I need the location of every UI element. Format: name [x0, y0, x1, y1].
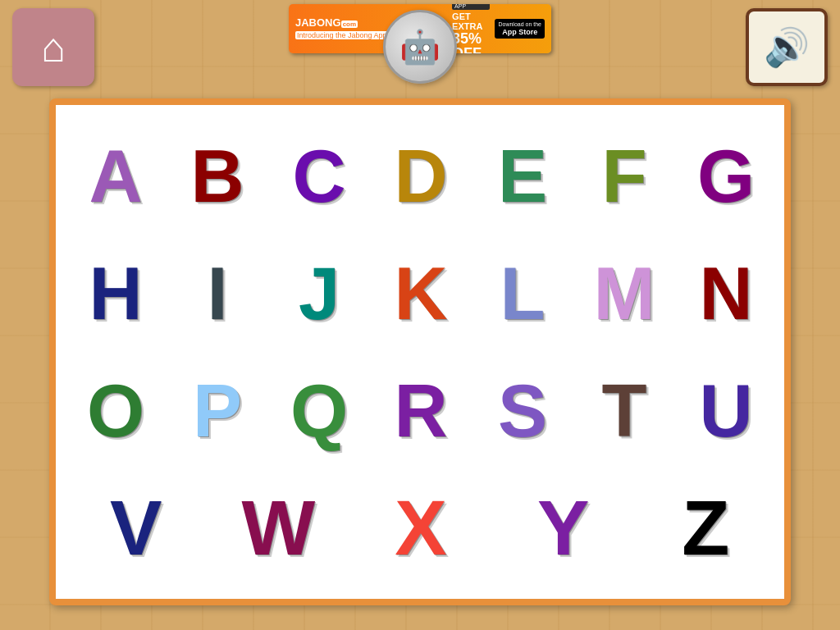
letter-H[interactable]: H [68, 257, 162, 331]
letter-X[interactable]: X [354, 489, 486, 567]
letter-U[interactable]: U [678, 374, 773, 448]
letter-V[interactable]: V [70, 489, 201, 567]
letter-F[interactable]: F [577, 139, 671, 213]
ad-download-label: Download on the App Store [495, 19, 545, 39]
letter-R[interactable]: R [373, 374, 468, 448]
letter-T[interactable]: T [577, 374, 671, 448]
letter-E[interactable]: E [475, 139, 569, 213]
letter-row-4: V W X Y Z [64, 469, 776, 587]
letter-L[interactable]: L [475, 257, 569, 331]
letter-Z[interactable]: Z [639, 489, 770, 567]
letter-C[interactable]: C [272, 139, 366, 213]
letter-row-1: A B C D E F G [64, 117, 776, 235]
ad-text-area: ONLY ON APP GET EXTRA 35% OFF [452, 4, 490, 53]
sound-button[interactable]: 🔊 [746, 8, 828, 86]
ad-get-extra: GET EXTRA [452, 11, 490, 31]
letter-P[interactable]: P [170, 374, 264, 448]
home-icon: ⌂ [41, 27, 66, 68]
letter-A[interactable]: A [68, 139, 162, 213]
robot-icon: 🤖 [399, 28, 441, 66]
home-button[interactable]: ⌂ [12, 8, 94, 86]
letter-N[interactable]: N [678, 257, 773, 331]
letter-Q[interactable]: Q [272, 374, 366, 448]
ad-appstore: Download on the App Store [495, 19, 545, 39]
letter-S[interactable]: S [475, 374, 569, 448]
alphabet-board: A B C D E F G H I J K L M N O P Q R S T … [49, 98, 791, 605]
letter-W[interactable]: W [212, 489, 343, 567]
letter-row-3: O P Q R S T U [64, 352, 776, 469]
letter-row-2: H I J K L M N [64, 235, 776, 352]
letter-B[interactable]: B [170, 139, 264, 213]
letter-G[interactable]: G [678, 139, 773, 213]
letter-Y[interactable]: Y [497, 489, 628, 567]
top-bar: ⌂ JABONGcom Introducing the Jabong App f… [0, 0, 840, 94]
letter-I[interactable]: I [170, 257, 264, 331]
ad-percent: 35% OFF [452, 31, 490, 53]
app-logo: 🤖 [383, 10, 457, 84]
letter-J[interactable]: J [272, 257, 366, 331]
letter-K[interactable]: K [373, 257, 468, 331]
letter-O[interactable]: O [68, 374, 162, 448]
ad-only-label: ONLY ON APP [452, 4, 490, 10]
letter-D[interactable]: D [373, 139, 468, 213]
letter-M[interactable]: M [577, 257, 671, 331]
sound-icon: 🔊 [764, 25, 810, 69]
